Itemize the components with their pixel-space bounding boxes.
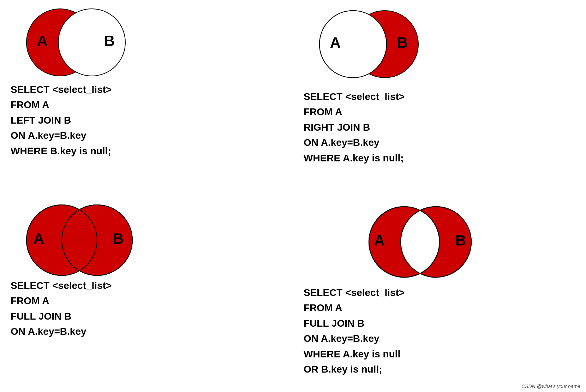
svg-text:A: A: [374, 232, 385, 249]
quadrant-top-right: A B SELECT <select_list> FROM A RIGHT JO…: [293, 0, 586, 196]
svg-text:B: B: [455, 232, 466, 249]
svg-point-3: [58, 9, 125, 76]
right-join-exclude-diagram: A B: [304, 7, 431, 85]
watermark: CSDN @what's your name.: [521, 384, 582, 389]
left-join-exclude-diagram: A B: [11, 7, 138, 78]
full-join-sql: SELECT <select_list> FROM A FULL JOIN B …: [11, 278, 112, 339]
right-join-exclude-sql: SELECT <select_list> FROM A RIGHT JOIN B…: [304, 89, 405, 166]
quadrant-top-left: A B SELECT <select_list> FROM A LEFT JOI…: [0, 0, 293, 196]
svg-text:B: B: [397, 34, 408, 51]
svg-text:B: B: [113, 230, 124, 247]
full-join-exclude-diagram: A B: [349, 203, 477, 281]
quadrant-bottom-left: A B SELECT <select_list> FROM A FULL JOI…: [0, 196, 293, 392]
full-join-exclude-sql: SELECT <select_list> FROM A FULL JOIN B …: [304, 285, 405, 377]
full-join-diagram: A B: [11, 203, 138, 274]
page-container: A B SELECT <select_list> FROM A LEFT JOI…: [0, 0, 586, 392]
svg-text:A: A: [330, 34, 341, 51]
quadrant-bottom-right: A B SELECT <select_list> FROM A FULL JOI…: [293, 196, 586, 392]
left-join-exclude-sql: SELECT <select_list> FROM A LEFT JOIN B …: [11, 82, 112, 159]
svg-text:A: A: [34, 230, 44, 247]
svg-text:B: B: [104, 32, 115, 49]
svg-text:A: A: [37, 32, 48, 49]
